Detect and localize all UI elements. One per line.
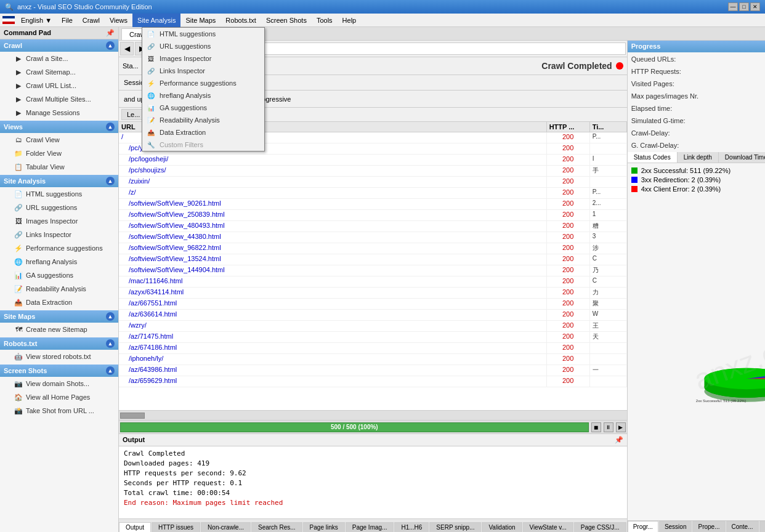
- rpanel-tab[interactable]: Prope...: [692, 521, 725, 532]
- bottom-tab[interactable]: Page CSS/J...: [574, 522, 626, 532]
- rpanel-tab[interactable]: Conte...: [726, 521, 759, 532]
- table-row[interactable]: /zuixin/ 200: [119, 177, 627, 188]
- bottom-tab[interactable]: Page Imag...: [346, 522, 394, 532]
- dropdown-url-suggestions[interactable]: 🔗 URL suggestions: [142, 40, 264, 52]
- table-row[interactable]: /az/636614.html 200 W: [119, 310, 627, 321]
- dropdown-readability[interactable]: 📝 Readability Analysis: [142, 114, 264, 126]
- tree-body[interactable]: / 200 P... /pc/youxiluxiang/ 200 /pc/log…: [119, 132, 627, 410]
- sidebar-item-data-extraction[interactable]: 📤 Data Extraction: [0, 296, 118, 309]
- menu-english[interactable]: English ▼: [16, 14, 57, 27]
- sidebar-item-url-suggestions[interactable]: 🔗 URL suggestions: [0, 201, 118, 214]
- dropdown-data-extraction[interactable]: 📤 Data Extraction: [142, 126, 264, 139]
- toolbar-btn-1[interactable]: ◀: [120, 42, 134, 55]
- site-analysis-expand-icon[interactable]: ▲: [106, 177, 115, 185]
- maximize-button[interactable]: □: [739, 2, 749, 11]
- menu-site-analysis[interactable]: Site Analysis: [132, 14, 180, 27]
- sidebar-item-home-pages[interactable]: 🏠 View all Home Pages: [0, 390, 118, 404]
- close-button[interactable]: ✕: [750, 2, 760, 11]
- bottom-tab[interactable]: H1...H6: [394, 522, 429, 532]
- table-row[interactable]: /softview/SoftView_480493.html 200 糟: [119, 221, 627, 232]
- crawl-expand-icon[interactable]: ▲: [106, 41, 115, 50]
- sidebar-item-domain-shots[interactable]: 📷 View domain Shots...: [0, 377, 118, 390]
- table-row[interactable]: /wzry/ 200 王: [119, 321, 627, 332]
- table-row[interactable]: /softview/SoftView_96822.html 200 涉: [119, 243, 627, 254]
- table-row[interactable]: /softview/SoftView_144904.html 200 乃: [119, 265, 627, 276]
- scrollbar-thumb[interactable]: [120, 413, 145, 419]
- bottom-tab[interactable]: ViewState v...: [523, 522, 573, 532]
- app-title: anxz - Visual SEO Studio Community Editi…: [17, 3, 152, 10]
- rpanel-tab[interactable]: Progr...: [628, 521, 658, 532]
- minimize-button[interactable]: —: [728, 2, 738, 11]
- sidebar-item-performance[interactable]: ⚡ Performance suggestions: [0, 241, 118, 255]
- rpanel-tab[interactable]: Session: [659, 521, 692, 532]
- progress-stop-btn[interactable]: ⏸: [604, 422, 613, 432]
- table-row[interactable]: /az/659629.html 200: [119, 376, 627, 387]
- table-row[interactable]: /softview/SoftView_250839.html 200 1: [119, 210, 627, 221]
- table-row[interactable]: /z/ 200 P...: [119, 188, 627, 199]
- bottom-tab[interactable]: Search Res...: [251, 522, 302, 532]
- menu-robots[interactable]: Robots.txt: [221, 14, 261, 27]
- menu-screenshots[interactable]: Screen Shots: [261, 14, 312, 27]
- horizontal-scrollbar[interactable]: [119, 410, 627, 420]
- output-pin[interactable]: 📌: [615, 436, 623, 444]
- views-expand-icon[interactable]: ▲: [106, 123, 115, 131]
- robots-expand-icon[interactable]: ▲: [106, 339, 115, 348]
- sidebar-item-tabular-view[interactable]: 📋 Tabular View: [0, 160, 118, 174]
- menu-help[interactable]: Help: [338, 14, 362, 27]
- table-row[interactable]: /az/674186.html 200: [119, 343, 627, 354]
- dropdown-performance[interactable]: ⚡ Performance suggestions: [142, 77, 264, 89]
- table-row[interactable]: /az/71475.html 200 天: [119, 332, 627, 343]
- sidebar-item-images-inspector[interactable]: 🖼 Images Inspector: [0, 214, 118, 228]
- table-row[interactable]: /softview/SoftView_90261.html 200 2...: [119, 199, 627, 210]
- sidebar-item-html-suggestions[interactable]: 📄 HTML suggestions: [0, 187, 118, 201]
- table-row[interactable]: /az/643986.html 200 一: [119, 365, 627, 376]
- menu-crawl[interactable]: Crawl: [78, 14, 105, 27]
- sidebar-item-crawl-url-list[interactable]: ▶ Crawl URL List...: [0, 79, 118, 92]
- rpanel-tab[interactable]: DOM: [759, 521, 765, 532]
- menu-tools[interactable]: Tools: [312, 14, 338, 27]
- menu-views[interactable]: Views: [105, 14, 132, 27]
- sidebar-item-hreflang[interactable]: 🌐 hreflang Analysis: [0, 255, 118, 268]
- progress-next-btn[interactable]: ▶: [616, 422, 626, 432]
- table-row[interactable]: /azyx/634114.html 200 力: [119, 288, 627, 299]
- dropdown-hreflang[interactable]: 🌐 hreflang Analysis: [142, 89, 264, 102]
- table-row[interactable]: /az/667551.html 200 聚: [119, 299, 627, 310]
- progress-pause-btn[interactable]: ◼: [591, 422, 601, 432]
- status-tab[interactable]: Link depth: [678, 152, 719, 163]
- dropdown-ga[interactable]: 📊 GA suggestions: [142, 102, 264, 114]
- bottom-tab[interactable]: HTTP issues: [152, 522, 200, 532]
- bottom-tab[interactable]: SERP snipp...: [429, 522, 481, 532]
- bottom-tab[interactable]: Non-crawle...: [201, 522, 251, 532]
- sidebar-item-ga[interactable]: 📊 GA suggestions: [0, 268, 118, 282]
- sidebar-item-folder-view[interactable]: 📁 Folder View: [0, 147, 118, 160]
- status-tab[interactable]: Status Codes: [628, 152, 678, 163]
- table-row[interactable]: /softview/SoftView_44380.html 200 3: [119, 232, 627, 243]
- sidebar-item-create-sitemap[interactable]: 🗺 Create new Sitemap: [0, 323, 118, 336]
- sidebar-item-links-inspector[interactable]: 🔗 Links Inspector: [0, 228, 118, 241]
- site-maps-expand-icon[interactable]: ▲: [106, 312, 115, 321]
- dropdown-html-suggestions[interactable]: 📄 HTML suggestions: [142, 28, 264, 40]
- table-row[interactable]: /softview/SoftView_13524.html 200 C: [119, 254, 627, 265]
- bottom-tab[interactable]: Output: [119, 522, 151, 532]
- table-row[interactable]: /mac/111646.html 200 C: [119, 276, 627, 288]
- dropdown-links-inspector[interactable]: 🔗 Links Inspector: [142, 65, 264, 77]
- menu-site-maps[interactable]: Site Maps: [180, 14, 221, 27]
- sidebar-item-crawl-view[interactable]: 🗂 Crawl View: [0, 133, 118, 147]
- sidebar-item-view-robots[interactable]: 🤖 View stored robots.txt: [0, 350, 118, 363]
- command-pad-pin[interactable]: 📌: [106, 29, 115, 37]
- sidebar-item-crawl-multiple[interactable]: ▶ Crawl Multiple Sites...: [0, 92, 118, 106]
- sidebar-item-crawl-sitemap[interactable]: ▶ Crawl Sitemap...: [0, 65, 118, 79]
- bottom-tab[interactable]: Validation: [482, 522, 522, 532]
- menu-file[interactable]: File: [57, 14, 78, 27]
- table-row[interactable]: /pc/logosheji/ 200 I: [119, 155, 627, 166]
- table-row[interactable]: /iphoneh/ly/ 200: [119, 354, 627, 365]
- sidebar-item-manage-sessions[interactable]: ▶ Manage Sessions: [0, 106, 118, 119]
- screenshots-expand-icon[interactable]: ▲: [106, 366, 115, 375]
- sidebar-item-crawl-site[interactable]: ▶ Crawl a Site...: [0, 52, 118, 65]
- sidebar-item-take-shot[interactable]: 📸 Take Shot from URL ...: [0, 404, 118, 417]
- table-row[interactable]: /pc/shoujizs/ 200 手: [119, 166, 627, 177]
- dropdown-images-inspector[interactable]: 🖼 Images Inspector: [142, 52, 264, 65]
- sidebar-item-readability[interactable]: 📝 Readability Analysis: [0, 282, 118, 296]
- status-tab[interactable]: Download Time: [719, 152, 765, 163]
- bottom-tab[interactable]: Page links: [303, 522, 345, 532]
